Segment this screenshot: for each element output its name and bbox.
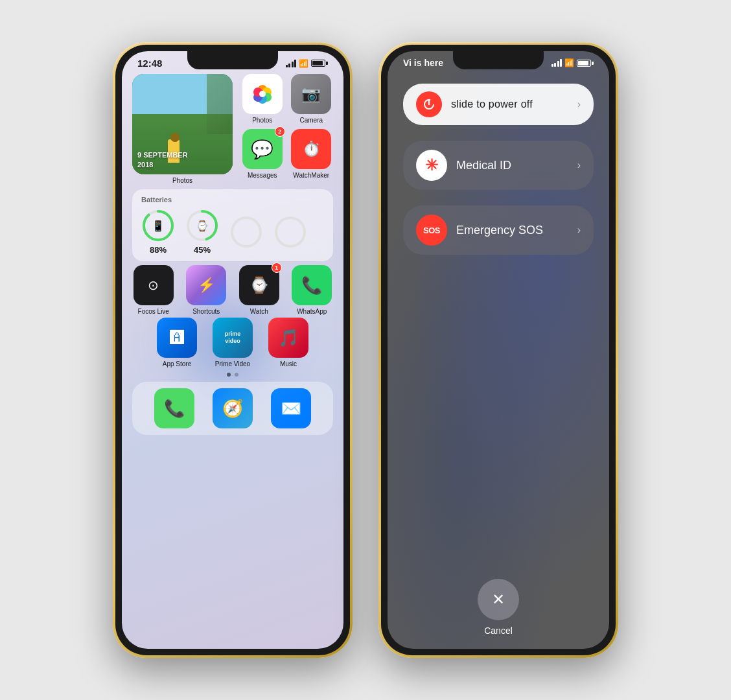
messages-badge: 2	[275, 126, 285, 137]
sos-bar-2	[554, 63, 556, 67]
photos-app-label: Photos	[252, 117, 272, 124]
emergency-sos-text: Emergency SOS	[456, 224, 543, 237]
watch-icon: ⌚ 1	[239, 265, 279, 305]
empty-gauge-svg-1	[229, 215, 263, 249]
mail-dock-icon: ✉️	[271, 388, 311, 428]
battery-widget-title: Batteries	[141, 196, 324, 204]
app-watchmaker[interactable]: ⏱️ WatchMaker	[291, 129, 331, 179]
battery-circles: 📱 88% ⌚	[141, 209, 324, 255]
app-camera[interactable]: 📷 Camera	[291, 74, 331, 124]
app-subrow-2: 💬 2 Messages ⏱️ WatchMaker	[240, 129, 333, 179]
primevideo-label: Prime Video	[215, 360, 250, 368]
watch-gauge-icon: ⌚	[185, 209, 219, 242]
sos-status-icons: 📶	[551, 58, 594, 67]
app-primevideo[interactable]: primevideo Prime Video	[213, 318, 253, 368]
carrier-name: Vi is here	[403, 58, 443, 68]
app-whatsapp[interactable]: 📞 WhatsApp	[292, 265, 332, 315]
medical-id-text: Medical ID	[456, 159, 511, 172]
app-watch[interactable]: ⌚ 1 Watch	[239, 265, 279, 315]
watch-gauge: ⌚	[185, 209, 219, 242]
watchmaker-app-label: WatchMaker	[293, 172, 329, 179]
whatsapp-label: WhatsApp	[297, 308, 327, 315]
sos-notch	[453, 51, 544, 69]
slide-to-power-button[interactable]: slide to power off ›	[403, 84, 594, 125]
messages-app-label: Messages	[248, 172, 277, 179]
phone-dock-icon: 📞	[154, 388, 194, 428]
svg-point-6	[259, 91, 266, 97]
whatsapp-icon: 📞	[292, 265, 332, 305]
battery-empty-1	[229, 215, 263, 249]
photo-widget-label: Photos	[172, 177, 192, 184]
dock-mail[interactable]: ✉️	[271, 388, 311, 428]
sos-battery-icon	[577, 60, 594, 67]
watch-badge: 1	[272, 262, 282, 273]
appstore-icon: 🅰	[157, 318, 197, 358]
app-messages[interactable]: 💬 2 Messages	[242, 129, 283, 179]
power-icon	[416, 91, 442, 117]
medical-arrow: ›	[577, 159, 581, 171]
focos-label: Focos Live	[138, 308, 169, 315]
watch-battery-pct: 45%	[194, 245, 211, 255]
sos-text: SOS	[423, 226, 440, 235]
photos-widget-app[interactable]: 9 SEPTEMBER 2018 Photos	[132, 74, 233, 184]
battery-tip	[326, 62, 328, 65]
primevideo-icon: primevideo	[213, 318, 253, 358]
emergency-sos-button[interactable]: SOS Emergency SOS ›	[403, 205, 594, 255]
wifi-icon: 📶	[299, 59, 308, 68]
sos-bar-4	[560, 59, 562, 67]
sos-bar-1	[551, 64, 553, 67]
battery-widget: Batteries 📱 88%	[132, 189, 333, 261]
focos-icon: ⊙	[133, 265, 174, 305]
app-music[interactable]: 🎵 Music	[268, 318, 308, 368]
camera-icon: 📷	[291, 74, 331, 114]
phone1: 12:48 📶	[113, 42, 353, 658]
app-focos[interactable]: ⊙ Focos Live	[133, 265, 174, 315]
battery-phone: 📱 88%	[141, 209, 175, 255]
watch-label: Watch	[250, 308, 268, 315]
battery-fill	[312, 61, 323, 65]
asterisk-icon: ✳	[425, 156, 438, 174]
sos-bar-3	[557, 61, 559, 67]
medical-id-button[interactable]: ✳ Medical ID ›	[403, 141, 594, 190]
dock: 📞 🧭 ✉️	[132, 382, 333, 435]
app-row-3: ⊙ Focos Live ⚡ Shortcuts ⌚ 1 Wat	[122, 265, 343, 315]
signal-bars-icon	[286, 60, 297, 67]
battery-watch: ⌚ 45%	[185, 209, 219, 255]
cancel-area: ✕ Cancel	[478, 579, 519, 636]
app-shortcuts[interactable]: ⚡ Shortcuts	[186, 265, 226, 315]
app-photos[interactable]: Photos	[242, 74, 283, 124]
signal-bar-4	[294, 60, 296, 67]
app-appstore[interactable]: 🅰 App Store	[157, 318, 197, 368]
battery-status-icon	[311, 60, 328, 67]
dock-safari[interactable]: 🧭	[213, 388, 253, 428]
signal-bar-2	[288, 64, 290, 67]
tree-bg	[207, 74, 233, 134]
slide-power-text: slide to power off	[451, 99, 533, 110]
home-screen: 12:48 📶	[122, 51, 343, 649]
power-svg	[423, 98, 435, 111]
phone-gauge: 📱	[141, 209, 175, 242]
medical-icon: ✳	[416, 150, 447, 181]
phone2: Vi is here 📶	[378, 42, 618, 658]
dock-phone[interactable]: 📞	[154, 388, 194, 428]
photos-petals-svg	[251, 82, 274, 106]
photo-day: 9 SEPTEMBER	[137, 150, 188, 159]
cancel-button[interactable]: ✕	[478, 579, 519, 620]
watchmaker-icon: ⏱️	[291, 129, 331, 169]
slide-arrow: ›	[577, 99, 581, 110]
messages-icon: 💬 2	[242, 129, 283, 169]
photo-date-overlay: 9 SEPTEMBER 2018	[137, 150, 188, 169]
signal-bar-3	[292, 62, 294, 67]
sos-battery-tip	[592, 62, 594, 65]
music-icon: 🎵	[268, 318, 308, 358]
small-app-grid: Photos 📷 Camera	[240, 74, 333, 184]
photos-icon	[242, 74, 283, 114]
svg-point-12	[276, 218, 305, 246]
svg-point-11	[232, 218, 261, 246]
status-icons: 📶	[286, 59, 329, 68]
sos-battery-fill	[578, 61, 588, 65]
app-row-4: 🅰 App Store primevideo Prime Video 🎵 Mus…	[122, 318, 343, 368]
sos-content: slide to power off › ✳ Medical ID ›	[388, 71, 609, 649]
battery-body	[311, 60, 325, 67]
empty-gauge-svg-2	[273, 215, 307, 249]
